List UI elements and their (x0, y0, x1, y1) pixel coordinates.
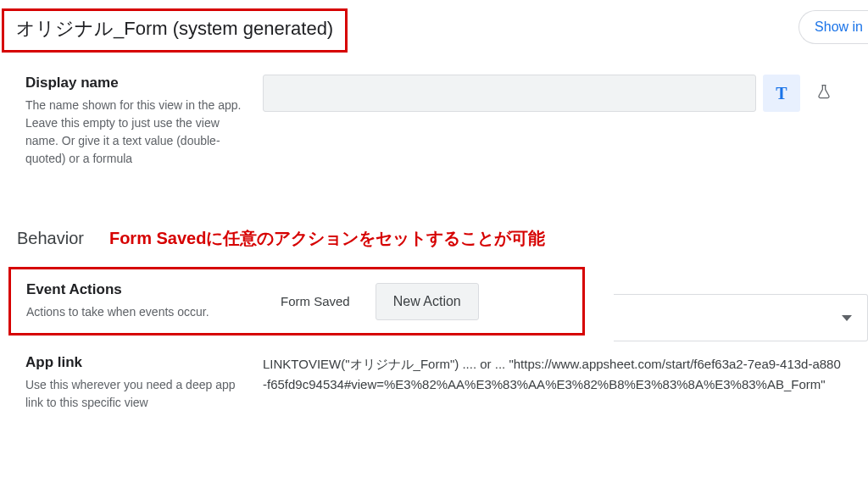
chevron-down-icon (842, 315, 852, 321)
event-actions-highlight: Event Actions Actions to take when event… (8, 267, 585, 336)
display-name-input[interactable] (263, 75, 756, 112)
show-in-button[interactable]: Show in (798, 10, 868, 44)
event-actions-dropdown[interactable] (614, 294, 868, 341)
text-icon: T (776, 84, 787, 103)
app-link-value: LINKTOVIEW("オリジナル_Form") .... or ... "ht… (263, 354, 843, 395)
display-name-description: The name shown for this view in the app.… (25, 97, 254, 168)
annotation-text: Form Savedに任意のアクションをセットすることが可能 (109, 227, 545, 250)
view-title: オリジナル_Form (system generated) (16, 16, 333, 42)
app-link-description: Use this wherever you need a deep app li… (25, 376, 254, 412)
display-name-label: Display name (25, 75, 254, 92)
behavior-section-title: Behavior (17, 229, 84, 248)
view-title-highlight: オリジナル_Form (system generated) (2, 8, 348, 53)
new-action-button[interactable]: New Action (376, 283, 479, 320)
formula-mode-button[interactable] (805, 75, 843, 112)
app-link-label: App link (25, 354, 254, 371)
event-actions-description: Actions to take when events occur. (26, 303, 272, 321)
text-mode-button[interactable]: T (763, 75, 800, 112)
flask-icon (815, 83, 832, 104)
form-saved-label: Form Saved (281, 294, 350, 308)
event-actions-label: Event Actions (26, 281, 272, 298)
